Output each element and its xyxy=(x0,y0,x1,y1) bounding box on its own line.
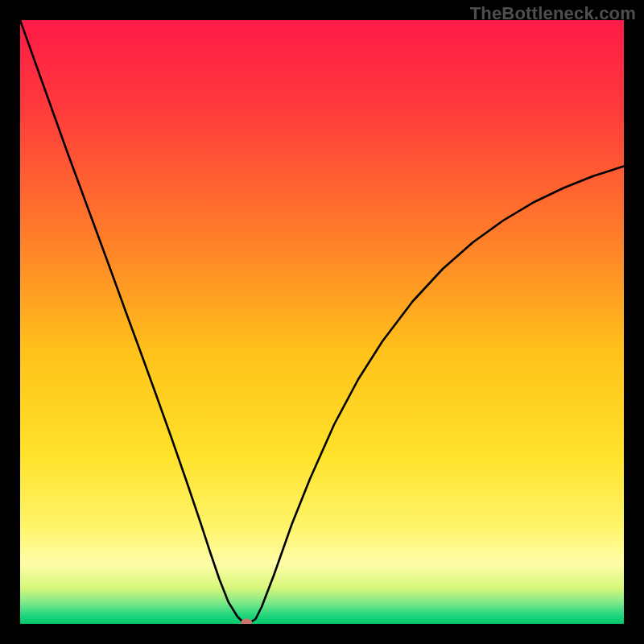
chart-frame: TheBottleneck.com xyxy=(0,0,644,644)
gradient-background xyxy=(20,20,624,624)
plot-area xyxy=(20,20,624,624)
bottleneck-chart xyxy=(20,20,624,624)
